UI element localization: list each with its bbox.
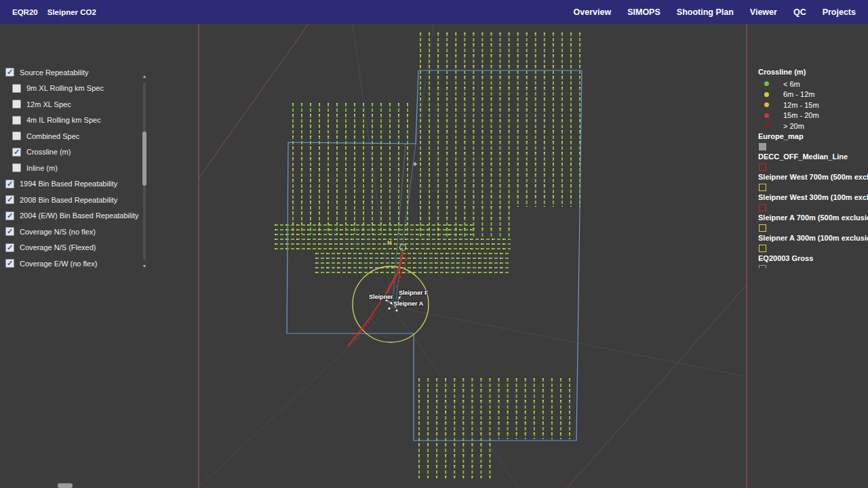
layers-list: ✓Source Repeatability9m XL Rolling km Sp… <box>5 68 149 272</box>
layer-checkbox[interactable]: ✓ <box>12 148 21 157</box>
legend-class-label: 15m - 20m <box>783 111 819 119</box>
layer-label: Inline (m) <box>26 164 58 172</box>
nav-item-shooting-plan[interactable]: Shooting Plan <box>677 7 734 17</box>
legend-layer: Sleipner A 300m (100m exclusio <box>758 233 868 253</box>
legend-layer-name: EQ20003 Gross <box>758 253 868 264</box>
legend-layer-name: Sleipner A 700m (500m exclusio <box>758 213 868 223</box>
legend-layer-swatch <box>759 224 766 232</box>
legend-layer-name: Sleipner West 300m (100m exclu <box>758 192 868 203</box>
layer-checkbox[interactable]: ✓ <box>5 68 14 77</box>
legend-layer: Sleipner A 700m (500m exclusio <box>758 213 868 233</box>
layer-row[interactable]: ✓Coverage N/S (Flexed) <box>5 240 149 256</box>
layer-row[interactable]: 12m XL Spec <box>5 96 149 113</box>
legend-class-label: < 6m <box>783 80 800 88</box>
layer-row[interactable]: ✓2004 (E/W) Bin Based Repeatability <box>5 208 149 224</box>
layer-checkbox[interactable]: ✓ <box>5 211 14 220</box>
layer-row[interactable]: ✓1994 Bin Based Repeatability <box>5 176 149 192</box>
layer-label: Combined Spec <box>26 132 79 140</box>
nav-item-overview[interactable]: Overview <box>574 7 612 17</box>
layer-checkbox[interactable]: ✓ <box>5 243 14 252</box>
layer-row[interactable]: Combined Spec <box>5 128 149 144</box>
layer-label: 4m IL Rolling km Spec <box>26 116 101 124</box>
legend-class-row: 12m - 15m <box>758 100 868 110</box>
layer-row[interactable]: 4m IL Rolling km Spec <box>5 113 149 129</box>
legend-class-list: < 6m6m - 12m12m - 15m15m - 20m> 20m <box>758 79 868 131</box>
layer-row[interactable]: ✓Source Repeatability <box>5 68 149 81</box>
layer-checkbox[interactable] <box>12 163 21 172</box>
nav-menu: OverviewSIMOPSShooting PlanViewerQCProje… <box>574 7 856 17</box>
legend-layer-swatch <box>759 245 766 252</box>
legend-layer-name: Sleipner A 300m (100m exclusio <box>758 233 868 243</box>
map-label: Sleipner F <box>399 289 429 296</box>
legend-layer-swatch <box>759 265 766 269</box>
app-brand: EQR20 <box>12 8 38 16</box>
legend-layer-swatch <box>759 163 766 171</box>
legend-layer-name: Europe_map <box>758 131 868 142</box>
legend-layer: EQ20003 Gross <box>758 253 868 269</box>
layer-label: Coverage N/S (no flex) <box>20 228 96 236</box>
layer-row[interactable]: Inline (m) <box>5 160 149 176</box>
legend-layer: Sleipner West 700m (500m exclu <box>758 172 868 192</box>
legend-header: Crossline (m) <box>758 68 868 79</box>
legend-layer-swatch <box>759 143 766 150</box>
legend-class-label: 6m - 12m <box>783 90 814 98</box>
legend-layer-swatch <box>759 204 766 211</box>
legend-class-row: < 6m <box>758 79 868 89</box>
layer-checkbox[interactable]: ✓ <box>5 180 14 188</box>
nav-item-viewer[interactable]: Viewer <box>750 7 777 17</box>
layer-label: 2004 (E/W) Bin Based Repeatability <box>20 211 138 220</box>
legend-layer-name: DECC_OFF_Median_Line <box>758 152 868 162</box>
layer-checkbox[interactable]: ✓ <box>5 227 14 236</box>
layer-row[interactable]: ✓Coverage E/W (no flex) <box>5 256 149 272</box>
layer-row[interactable]: 9m XL Rolling km Spec <box>5 81 149 97</box>
map-label: Sleipner A <box>393 300 424 307</box>
layer-row[interactable]: ✓Coverage N/S (no flex) <box>5 224 149 240</box>
layer-checkbox[interactable]: ✓ <box>5 195 14 204</box>
layer-label: 2008 Bin Based Repeatability <box>20 196 117 204</box>
legend-class-row: 6m - 12m <box>758 89 868 100</box>
layer-checkbox[interactable] <box>12 116 21 125</box>
layers-panel: ✓Source Repeatability9m XL Rolling km Sp… <box>5 68 149 275</box>
legend-class-dot <box>764 113 769 118</box>
project-name: Sleipner CO2 <box>47 8 96 16</box>
layer-label: Coverage E/W (no flex) <box>20 260 97 268</box>
layers-scrollbar[interactable]: ▲ ▼ <box>141 73 148 270</box>
legend-layer-swatch <box>759 184 766 191</box>
scrollbar-thumb[interactable] <box>142 131 146 186</box>
legend-class-label: > 20m <box>783 122 804 130</box>
legend-layer: Europe_map <box>758 131 868 152</box>
layer-label: 1994 Bin Based Repeatability <box>20 180 117 188</box>
nav-item-simops[interactable]: SIMOPS <box>627 7 660 17</box>
legend-layer: DECC_OFF_Median_Line <box>758 152 868 172</box>
legend-class-label: 12m - 15m <box>783 101 819 109</box>
layer-checkbox[interactable] <box>12 100 21 108</box>
legend-class-row: > 20m <box>758 121 868 131</box>
nav-item-qc[interactable]: QC <box>793 7 806 17</box>
nav-item-projects[interactable]: Projects <box>823 7 856 17</box>
legend-layer: Sleipner West 300m (100m exclu <box>758 192 868 213</box>
layer-label: 12m XL Spec <box>26 100 71 108</box>
layer-checkbox[interactable]: ✓ <box>5 259 14 268</box>
layer-checkbox[interactable] <box>12 84 21 93</box>
layer-checkbox[interactable] <box>12 131 21 140</box>
layer-label: Source Repeatability <box>20 68 89 77</box>
helipad-marker: H <box>387 239 392 246</box>
legend-class-dot <box>764 92 769 97</box>
legend-class-dot <box>764 123 769 128</box>
scroll-up-icon[interactable]: ▲ <box>141 73 148 80</box>
legend-class-dot <box>764 102 769 107</box>
horizontal-scrollbar[interactable] <box>58 483 73 488</box>
top-navbar: EQR20 Sleipner CO2 OverviewSIMOPSShootin… <box>0 0 868 24</box>
legend-class-dot <box>764 81 769 86</box>
layer-label: Coverage N/S (Flexed) <box>20 243 96 251</box>
legend-layer-name: Sleipner West 700m (500m exclu <box>758 172 868 182</box>
layer-label: 9m XL Rolling km Spec <box>26 84 104 92</box>
app-title: EQR20 Sleipner CO2 <box>12 8 96 16</box>
layer-row[interactable]: ✓2008 Bin Based Repeatability <box>5 192 149 208</box>
legend-class-row: 15m - 20m <box>758 110 868 121</box>
scroll-down-icon[interactable]: ▼ <box>141 263 148 270</box>
legend-panel: Crossline (m) < 6m6m - 12m12m - 15m15m -… <box>758 68 868 268</box>
legend-layer-list: Europe_mapDECC_OFF_Median_LineSleipner W… <box>758 131 868 269</box>
layer-label: Crossline (m) <box>26 148 71 156</box>
layer-row[interactable]: ✓Crossline (m) <box>5 144 149 161</box>
